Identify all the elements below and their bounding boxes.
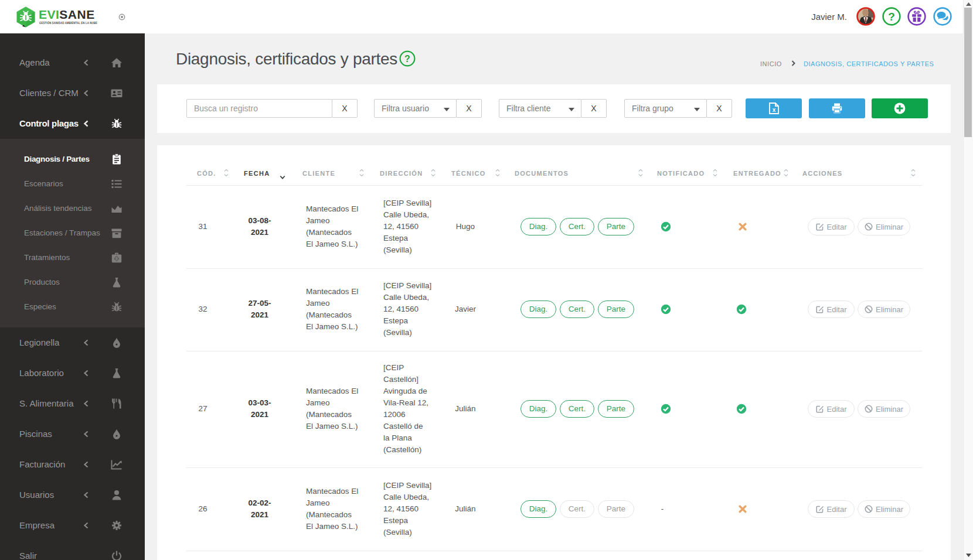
svg-text:?: ?	[888, 11, 895, 23]
svg-text:x: x	[773, 107, 776, 113]
svg-text:?: ?	[404, 54, 410, 64]
